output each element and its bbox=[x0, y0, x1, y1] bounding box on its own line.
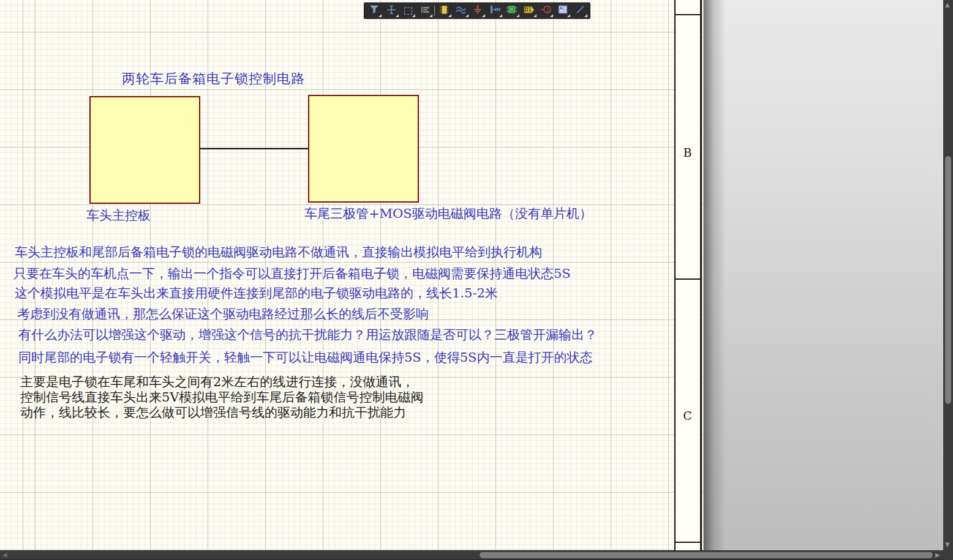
crosshair-icon bbox=[386, 5, 396, 17]
sheet-drop-shadow bbox=[704, 0, 726, 550]
crosshair-tool-button[interactable] bbox=[383, 3, 400, 18]
note-line[interactable]: 这个模拟电平是在车头出来直接用硬件连接到尾部的电子锁驱动电路的，线长1.5-2米 bbox=[15, 285, 498, 302]
drawing-toolbar: D1 i A bbox=[364, 2, 590, 19]
block-tail-driver[interactable] bbox=[308, 95, 419, 203]
note-line[interactable]: 考虑到没有做通讯，那怎么保证这个驱动电路经过那么长的线后不受影响 bbox=[17, 305, 429, 323]
ground-tool-button[interactable] bbox=[470, 3, 487, 18]
frame-row-divider bbox=[676, 542, 700, 543]
svg-text:D1: D1 bbox=[524, 7, 532, 13]
note-paragraph-line[interactable]: 主要是电子锁在车尾和车头之间有2米左右的线进行连接，没做通讯， bbox=[20, 375, 414, 390]
note-paragraph-line[interactable]: 控制信号线直接车头出来5V模拟电平给到车尾后备箱锁信号控制电磁阀 bbox=[20, 390, 424, 406]
vertical-scrollbar[interactable]: ▲ ▼ bbox=[943, 0, 953, 560]
frame-row-divider bbox=[676, 14, 700, 15]
component-tool-button[interactable] bbox=[503, 3, 521, 18]
block-head-label[interactable]: 车头主控板 bbox=[86, 207, 151, 224]
frame-row-label-c: C bbox=[676, 409, 700, 422]
bus-wires-tool-button[interactable] bbox=[453, 3, 470, 18]
line-tool-icon bbox=[576, 5, 585, 17]
svg-text:i: i bbox=[546, 7, 549, 13]
svg-text:A: A bbox=[560, 6, 563, 10]
diagram-title-text[interactable]: 两轮车后备箱电子锁控制电路 bbox=[122, 70, 305, 88]
no-erc-info-icon: i bbox=[541, 5, 551, 17]
filter-funnel-icon bbox=[369, 5, 379, 17]
vertical-scrollbar-thumb[interactable] bbox=[945, 156, 951, 404]
ic-chip-icon bbox=[439, 5, 449, 17]
scroll-left-arrow[interactable]: ◀ bbox=[2, 552, 7, 558]
toolbar-separator bbox=[434, 6, 435, 16]
block-head-controller[interactable] bbox=[89, 96, 200, 204]
align-tool-button[interactable] bbox=[416, 3, 434, 18]
net-label-tool-button[interactable]: D1 bbox=[521, 3, 538, 18]
no-erc-tool-button[interactable]: i bbox=[538, 3, 555, 18]
component-chip-icon bbox=[507, 5, 517, 17]
scroll-down-arrow[interactable]: ▼ bbox=[945, 542, 950, 548]
note-line[interactable]: 只要在车头的车机点一下，输出一个指令可以直接打开后备箱电子锁，电磁阀需要保持通电… bbox=[13, 265, 571, 282]
text-note-icon: A bbox=[558, 5, 568, 17]
sheet-frame-border: B C bbox=[674, 0, 702, 550]
schematic-editor-stage: 两轮车后备箱电子锁控制电路 车头主控板 车尾三极管+MOS驱动电磁阀电路（没有单… bbox=[0, 0, 953, 560]
net-port-tool-button[interactable] bbox=[486, 3, 503, 18]
line-tool-button[interactable] bbox=[571, 3, 589, 18]
frame-row-label-b: B bbox=[676, 146, 700, 159]
horizontal-scrollbar[interactable]: ◀ ▶ bbox=[0, 550, 943, 560]
scroll-up-arrow[interactable]: ▲ bbox=[945, 2, 950, 8]
text-note-tool-button[interactable]: A bbox=[554, 3, 571, 18]
offsheet-background bbox=[704, 0, 943, 550]
net-port-icon bbox=[490, 5, 500, 17]
selection-tool-button[interactable] bbox=[400, 3, 417, 18]
ic-chip-tool-button[interactable] bbox=[435, 3, 453, 18]
align-bars-icon bbox=[421, 5, 430, 17]
note-paragraph-line[interactable]: 动作，线比较长，要怎么做可以增强信号线的驱动能力和抗干扰能力 bbox=[20, 405, 406, 421]
ground-icon bbox=[473, 5, 483, 17]
filter-tool-button[interactable] bbox=[366, 3, 383, 18]
scroll-right-arrow[interactable]: ▶ bbox=[935, 552, 940, 558]
note-line[interactable]: 同时尾部的电子锁有一个轻触开关，轻触一下可以让电磁阀通电保持5S，使得5S内一直… bbox=[18, 349, 593, 366]
note-line[interactable]: 车头主控板和尾部后备箱电子锁的电磁阀驱动电路不做通讯，直接输出模拟电平给到执行机… bbox=[15, 244, 542, 261]
net-label-tag-icon: D1 bbox=[524, 5, 535, 17]
schematic-canvas[interactable]: 两轮车后备箱电子锁控制电路 车头主控板 车尾三极管+MOS驱动电磁阀电路（没有单… bbox=[0, 0, 703, 550]
selection-box-icon bbox=[404, 7, 412, 15]
frame-row-divider bbox=[676, 278, 700, 280]
bus-wires-icon bbox=[456, 5, 466, 17]
note-line[interactable]: 有什么办法可以增强这个驱动，增强这个信号的抗干扰能力？用运放跟随是否可以？三极管… bbox=[18, 326, 597, 343]
horizontal-scrollbar-thumb[interactable] bbox=[480, 552, 933, 558]
connection-wire[interactable] bbox=[200, 148, 308, 149]
block-tail-label[interactable]: 车尾三极管+MOS驱动电磁阀电路（没有单片机） bbox=[304, 205, 592, 222]
